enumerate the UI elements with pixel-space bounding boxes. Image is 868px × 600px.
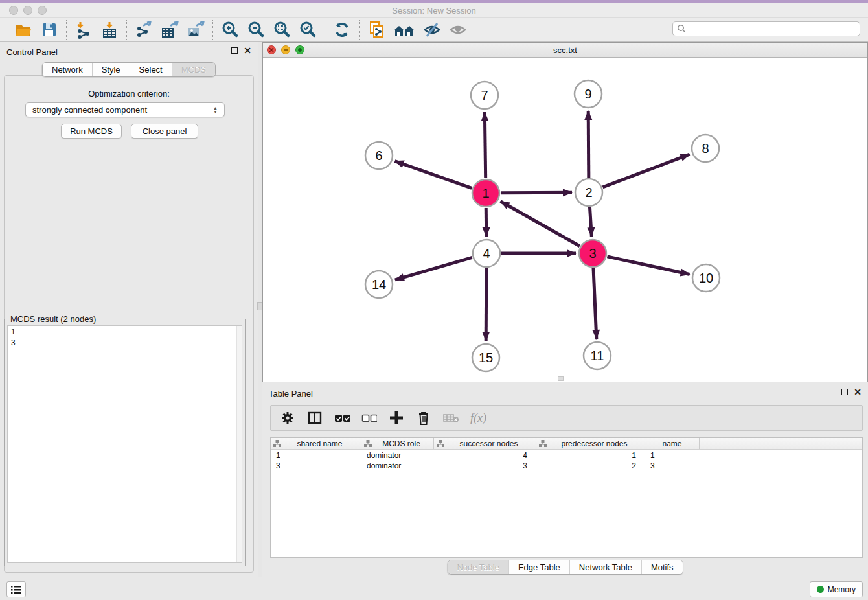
tab-style[interactable]: Style (92, 63, 130, 76)
duplicate-network-button[interactable] (366, 20, 387, 40)
graph-node-label: 15 (479, 351, 493, 365)
task-history-button[interactable] (6, 581, 26, 597)
column-type-icon (273, 440, 281, 447)
graph-edge-2-8[interactable] (603, 154, 690, 187)
hide-selected-button[interactable] (422, 20, 442, 40)
graph-edge-2-3[interactable] (589, 207, 591, 237)
tab-network[interactable]: Network (43, 63, 92, 76)
control-panel: Control Panel ✕ Network Style Select MCD… (0, 42, 258, 577)
tab-motifs[interactable]: Motifs (641, 560, 683, 574)
graph-edge-4-15[interactable] (486, 268, 486, 341)
graph-edge-1-7[interactable] (485, 112, 485, 178)
graph-node-label: 11 (591, 349, 604, 363)
control-panel-title: Control Panel (6, 47, 58, 57)
graph-node-label: 9 (584, 87, 591, 101)
graph-node-label: 1 (482, 186, 489, 200)
delete-column-icon[interactable] (416, 410, 431, 426)
search-input[interactable] (689, 25, 860, 34)
cell-name[interactable]: 3 (645, 461, 700, 471)
run-mcds-button[interactable]: Run MCDS (61, 124, 122, 139)
graph-edge-3-11[interactable] (593, 268, 597, 339)
column-header-successor-nodes[interactable]: successor nodes (434, 438, 536, 449)
zoom-out-button[interactable] (246, 20, 266, 40)
cell-predecessor-nodes[interactable]: 1 (536, 450, 645, 461)
tab-node-table[interactable]: Node Table (448, 560, 508, 574)
memory-label: Memory (828, 585, 856, 594)
dropdown-stepper-icon: ▲▼ (213, 106, 218, 114)
graph-node-label: 3 (589, 246, 596, 260)
column-header-mcds-role[interactable]: MCDS role (361, 438, 434, 449)
cell-mcds-role[interactable]: dominator (361, 450, 434, 461)
import-table-button[interactable] (99, 20, 120, 40)
export-image-button[interactable] (185, 20, 206, 40)
float-panel-icon[interactable] (841, 389, 848, 395)
zoom-in-button[interactable] (220, 20, 240, 40)
cell-mcds-role[interactable]: dominator (361, 461, 434, 471)
graph-edge-4-14[interactable] (395, 257, 472, 279)
memory-status-icon (817, 586, 824, 593)
export-table-button[interactable] (159, 20, 180, 40)
network-canvas[interactable]: 1234678910111415 (263, 58, 867, 382)
refresh-layout-button[interactable] (332, 20, 352, 40)
status-bar: Memory (0, 577, 868, 600)
column-header-name[interactable]: name (645, 438, 700, 449)
show-all-button[interactable] (392, 20, 417, 40)
graph-edge-1-2[interactable] (501, 192, 572, 193)
close-panel-icon[interactable]: ✕ (244, 47, 251, 54)
column-type-icon (364, 440, 372, 447)
network-titlebar[interactable]: scc.txt (263, 43, 867, 58)
mcds-result-scrollbar[interactable] (236, 326, 242, 562)
cell-shared-name[interactable]: 1 (271, 450, 361, 461)
tab-mcds[interactable]: MCDS (172, 63, 215, 76)
graph-node-label: 10 (699, 271, 713, 285)
tab-select[interactable]: Select (130, 63, 172, 76)
add-column-icon[interactable] (389, 410, 404, 426)
cell-successor-nodes[interactable]: 3 (434, 461, 536, 471)
show-eye-button[interactable] (448, 20, 468, 40)
table-row[interactable]: 1 dominator 4 1 1 (271, 450, 862, 461)
optimization-label: Optimization criterion: (0, 89, 258, 98)
import-network-button[interactable] (73, 20, 94, 40)
cell-predecessor-nodes[interactable]: 2 (536, 461, 645, 471)
tab-edge-table[interactable]: Edge Table (508, 560, 569, 574)
graph-node-label: 4 (483, 246, 490, 260)
mcds-result-text[interactable]: 1 3 (7, 325, 242, 563)
float-panel-icon[interactable] (231, 47, 238, 54)
cell-successor-nodes[interactable]: 4 (434, 450, 536, 461)
memory-button[interactable]: Memory (810, 581, 863, 597)
tab-network-table[interactable]: Network Table (569, 560, 641, 574)
close-panel-button[interactable]: Close panel (131, 124, 198, 139)
graph-edge-3-10[interactable] (607, 257, 689, 275)
graph-edge-2-9[interactable] (588, 111, 589, 178)
cell-name[interactable]: 1 (645, 450, 700, 461)
zoom-fit-button[interactable] (271, 20, 292, 40)
table-header-row: shared name MCDS role successor nodes pr… (271, 438, 862, 450)
save-session-button[interactable] (39, 20, 60, 40)
table-panel-tabs: Node Table Edge Table Network Table Moti… (447, 560, 683, 575)
main-titlebar: Session: New Session (0, 3, 868, 18)
search-field[interactable] (672, 21, 860, 36)
graph-edge-1-6[interactable] (395, 161, 472, 189)
graph-node-label: 8 (702, 141, 709, 156)
export-network-button[interactable] (133, 20, 154, 40)
select-all-icon[interactable] (334, 410, 350, 426)
deselect-all-icon[interactable] (361, 410, 377, 426)
column-header-shared-name[interactable]: shared name (271, 438, 361, 449)
open-session-button[interactable] (13, 20, 34, 40)
network-window-title: scc.txt (263, 45, 867, 55)
column-header-predecessor-nodes[interactable]: predecessor nodes (536, 438, 645, 449)
table-row[interactable]: 3 dominator 3 2 3 (271, 461, 862, 471)
network-graph[interactable]: 1234678910111415 (263, 58, 867, 382)
split-column-icon[interactable] (307, 410, 323, 426)
column-type-icon (539, 440, 547, 447)
canvas-grip[interactable] (558, 376, 564, 381)
optimization-dropdown[interactable]: strongly connected component ▲▼ (25, 102, 225, 117)
table-settings-icon[interactable] (280, 410, 295, 426)
graph-edge-3-1[interactable] (501, 202, 580, 246)
zoom-selected-button[interactable] (297, 20, 318, 40)
close-panel-icon[interactable]: ✕ (854, 389, 862, 395)
delete-table-icon (443, 410, 459, 426)
list-icon (11, 585, 21, 594)
table-panel-title: Table Panel (269, 389, 313, 398)
cell-shared-name[interactable]: 3 (271, 461, 361, 471)
